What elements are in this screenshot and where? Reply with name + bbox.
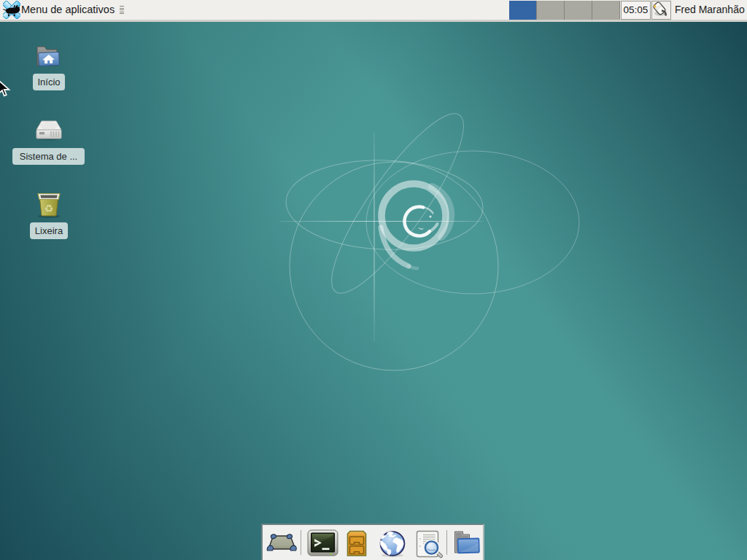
svg-text:♻: ♻ [44,203,54,214]
